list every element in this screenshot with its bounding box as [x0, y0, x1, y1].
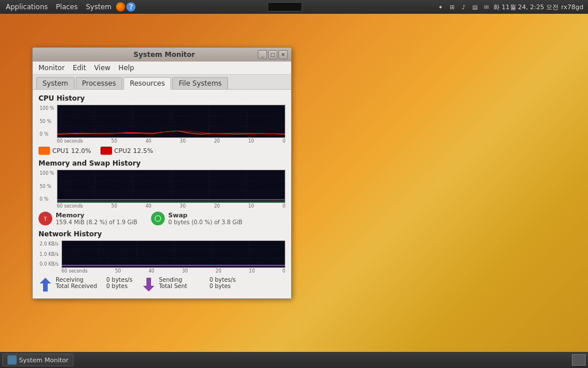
battery-icon: ▤	[470, 2, 479, 12]
network-icon: ⊞	[447, 2, 457, 12]
cpu-chart	[57, 105, 285, 137]
receiving-arrow-icon	[38, 277, 52, 293]
taskbar-center-window	[268, 2, 302, 12]
bluetooth-icon: ✦	[436, 2, 445, 12]
maximize-button[interactable]: □	[268, 50, 277, 59]
memory-section-title: Memory and Swap History	[38, 159, 285, 167]
taskbar-top-left: Applications Places System ?	[0, 2, 138, 12]
swap-label: Swap	[168, 212, 242, 219]
cpu-y-label-50: 50 %	[40, 119, 56, 124]
taskbar-top-center	[138, 2, 431, 12]
swap-legend-item: Swap 0 bytes (0.0 %) of 3.8 GiB	[151, 212, 242, 225]
tab-processes[interactable]: Processes	[76, 77, 122, 89]
network-section-title: Network History	[38, 230, 285, 238]
svg-marker-24	[40, 278, 51, 292]
cpu-y-label-100: 100 %	[40, 106, 56, 111]
total-sent-label: Total Sent	[159, 283, 205, 289]
network-chart	[62, 241, 285, 267]
memory-icon	[38, 212, 52, 225]
mem-y-label-0: 0 %	[40, 197, 56, 202]
sending-info: Sending 0 bytes/s Total Sent 0 bytes	[159, 277, 236, 289]
net-y-label-2: 2.0 KB/s	[40, 241, 60, 247]
sending-rate-value: 0 bytes/s	[210, 277, 236, 283]
taskbar-system[interactable]: System	[82, 2, 115, 12]
sending-arrow-icon	[142, 277, 156, 293]
network-x-labels: 60 seconds 50 40 30 20 10 0	[38, 268, 285, 274]
firefox-icon[interactable]	[116, 2, 125, 12]
taskbar-bottom-system-monitor[interactable]: System Monitor	[2, 354, 74, 366]
sending-label: Sending	[159, 277, 205, 283]
memory-legend-item: Memory 159.4 MiB (8.2 %) of 1.9 GiB	[38, 212, 137, 225]
memory-label: Memory	[56, 212, 137, 219]
menu-help[interactable]: Help	[115, 63, 137, 73]
menu-monitor[interactable]: Monitor	[35, 63, 68, 73]
window-content: CPU History 100 % 50 % 0 %	[33, 90, 291, 298]
window-controls: _ □ ✕	[258, 50, 288, 59]
taskbar-bottom-window-label: System Monitor	[19, 356, 68, 364]
menu-edit[interactable]: Edit	[69, 63, 90, 73]
datetime: 화 11월 24, 2:25 오전	[493, 3, 559, 12]
envelope-icon: ✉	[482, 2, 491, 12]
total-received-value: 0 bytes	[106, 283, 127, 289]
receiving-rate-row: Receiving 0 bytes/s	[56, 277, 133, 283]
receiving-label: Receiving	[56, 277, 102, 283]
cpu2-legend-label: CPU2 12.5%	[114, 147, 153, 155]
memory-chart	[57, 170, 285, 202]
taskbar-bottom: System Monitor	[0, 352, 588, 368]
svg-marker-25	[143, 278, 154, 292]
system-monitor-taskbar-icon	[7, 355, 17, 365]
taskbar-places[interactable]: Places	[52, 2, 81, 12]
sending-item: Sending 0 bytes/s Total Sent 0 bytes	[142, 277, 236, 293]
cpu-section: CPU History 100 % 50 % 0 %	[38, 94, 285, 155]
memory-legend: Memory 159.4 MiB (8.2 %) of 1.9 GiB Swap…	[38, 212, 285, 225]
volume-icon: ♪	[459, 2, 468, 12]
cpu-legend: CPU1 12.0% CPU2 12.5%	[38, 147, 285, 155]
cpu1-legend-color	[38, 147, 50, 155]
swap-icon	[151, 212, 165, 225]
cpu-section-title: CPU History	[38, 94, 285, 102]
cpu2-legend-item: CPU2 12.5%	[100, 147, 153, 155]
mem-y-label-50: 50 %	[40, 184, 56, 189]
memory-section: Memory and Swap History 100 % 50 % 0 %	[38, 159, 285, 225]
taskbar-top: Applications Places System ? ✦ ⊞ ♪ ▤ ✉ 화…	[0, 0, 588, 14]
close-button[interactable]: ✕	[278, 50, 288, 59]
taskbar-bottom-right	[572, 354, 586, 366]
cpu-y-label-0: 0 %	[40, 132, 56, 137]
total-sent-row: Total Sent 0 bytes	[159, 283, 236, 289]
swap-value: 0 bytes (0.0 %) of 3.8 GiB	[168, 219, 242, 225]
system-monitor-window: System Monitor _ □ ✕ Monitor Edit View H…	[32, 47, 292, 299]
network-legend: Receiving 0 bytes/s Total Received 0 byt…	[38, 277, 285, 293]
network-section: Network History 2.0 KB/s 1.0 KB/s 0.0 KB…	[38, 230, 285, 293]
memory-x-labels: 60 seconds 50 40 30 20 10 0	[38, 203, 285, 209]
mem-y-label-100: 100 %	[40, 171, 56, 176]
cpu1-legend-item: CPU1 12.0%	[38, 147, 91, 155]
receiving-rate-value: 0 bytes/s	[106, 277, 133, 283]
swap-info: Swap 0 bytes (0.0 %) of 3.8 GiB	[168, 212, 242, 225]
menu-view[interactable]: View	[91, 63, 114, 73]
net-y-label-0: 0.0 KB/s	[40, 262, 60, 267]
taskbar-applications[interactable]: Applications	[2, 2, 51, 12]
window-title: System Monitor	[71, 51, 258, 59]
total-sent-value: 0 bytes	[210, 283, 231, 289]
cpu2-legend-color	[100, 147, 112, 155]
cpu-x-labels: 60 seconds 50 40 30 20 10 0	[38, 138, 285, 144]
window-titlebar: System Monitor _ □ ✕	[33, 48, 291, 62]
receiving-info: Receiving 0 bytes/s Total Received 0 byt…	[56, 277, 133, 289]
net-y-label-1: 1.0 KB/s	[40, 252, 60, 257]
minimize-button[interactable]: _	[258, 50, 267, 59]
receiving-item: Receiving 0 bytes/s Total Received 0 byt…	[38, 277, 133, 293]
menubar: Monitor Edit View Help	[33, 62, 291, 75]
memory-value: 159.4 MiB (8.2 %) of 1.9 GiB	[56, 219, 137, 225]
total-received-row: Total Received 0 bytes	[56, 283, 133, 289]
total-received-label: Total Received	[56, 283, 102, 289]
memory-info: Memory 159.4 MiB (8.2 %) of 1.9 GiB	[56, 212, 137, 225]
cpu1-legend-label: CPU1 12.0%	[52, 147, 91, 155]
help-icon[interactable]: ?	[126, 2, 136, 12]
username: rx78gd	[561, 3, 583, 11]
tab-resources[interactable]: Resources	[123, 77, 171, 90]
tab-system[interactable]: System	[36, 77, 75, 89]
taskbar-top-right: ✦ ⊞ ♪ ▤ ✉ 화 11월 24, 2:25 오전 rx78gd	[431, 2, 588, 12]
sending-rate-row: Sending 0 bytes/s	[159, 277, 236, 283]
tabs: System Processes Resources File Systems	[33, 75, 291, 90]
tab-filesystems[interactable]: File Systems	[172, 77, 228, 89]
